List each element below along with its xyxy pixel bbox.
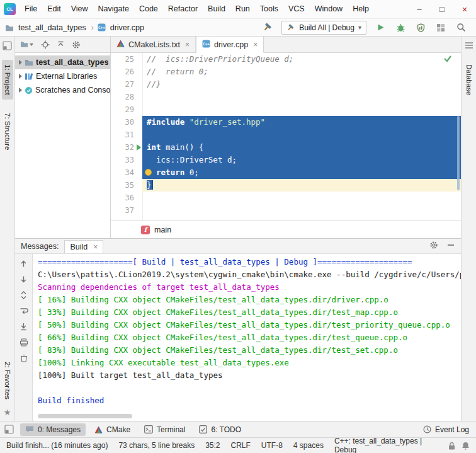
breadcrumb-file[interactable]: driver.cpp [109, 23, 145, 33]
tool-windows-icon[interactable] [4, 425, 14, 434]
editor-line[interactable]: 25// ics::DriverPriorityQueue d; [111, 53, 461, 66]
debug-button[interactable] [394, 21, 407, 34]
editor-line[interactable]: 35} [111, 179, 461, 192]
editor-tab[interactable]: C++driver.cpp× [196, 37, 264, 53]
editor-line[interactable]: 29 [111, 103, 461, 116]
event-log-button[interactable]: Event Log [423, 425, 472, 434]
intention-bulb-icon[interactable] [145, 169, 152, 176]
code-line[interactable]: // ics::DriverPriorityQueue d; [142, 53, 461, 66]
notifications-bell-icon[interactable] [462, 442, 470, 450]
stripe-structure-tab[interactable]: 7: Structure [2, 108, 13, 154]
chevron-right-icon[interactable] [19, 74, 22, 79]
code-line[interactable]: ics::DriverSet d; [142, 154, 461, 166]
gutter-line-number[interactable]: 36 [111, 192, 142, 204]
stripe-project-tab[interactable]: 1: Project [2, 60, 13, 100]
code-line[interactable]: #include "driver_set.hpp" [142, 116, 461, 129]
collapse-all-icon[interactable] [57, 40, 65, 49]
layout-grid-icon[interactable] [434, 21, 447, 34]
project-view-dropdown[interactable] [20, 40, 34, 49]
editor-scrollbar[interactable] [457, 116, 460, 190]
toolwindow-button-terminal[interactable]: Terminal [139, 423, 190, 436]
run-button[interactable] [374, 21, 387, 34]
menu-help[interactable]: Help [348, 0, 374, 18]
code-line[interactable]: } [142, 179, 461, 192]
console-horizontal-scrollbar[interactable] [38, 414, 132, 418]
build-tab[interactable]: Build × [64, 240, 103, 253]
editor-line[interactable]: 37 [111, 204, 461, 217]
menu-navigate[interactable]: Navigate [93, 0, 134, 18]
menu-refactor[interactable]: Refactor [163, 0, 203, 18]
editor-line[interactable]: 31 [111, 129, 461, 141]
menu-lines-icon[interactable] [463, 40, 475, 51]
gear-icon[interactable] [72, 40, 81, 49]
hide-panel-icon[interactable] [447, 241, 455, 251]
editor-line[interactable]: 32int main() { [111, 141, 461, 154]
status-context[interactable]: C++: test_all_data_types | Debug [334, 437, 439, 453]
toolwindow-button-messages[interactable]: 0: Messages [20, 423, 86, 436]
coverage-button[interactable] [414, 21, 427, 34]
gutter-line-number[interactable]: 27 [111, 78, 142, 91]
print-icon[interactable] [19, 337, 29, 347]
editor-line[interactable]: 30#include "driver_set.hpp" [111, 116, 461, 129]
tab-close-icon[interactable]: × [93, 243, 98, 251]
toolwindow-button-todo[interactable]: 6: TODO [194, 423, 246, 436]
tool-window-stub-icon[interactable] [2, 40, 13, 51]
editor-line[interactable]: 36 [111, 192, 461, 204]
code-line[interactable]: int main() { [142, 141, 461, 154]
gutter-line-number[interactable]: 31 [111, 129, 142, 141]
editor-line[interactable]: 27//} [111, 78, 461, 91]
code-line[interactable] [142, 129, 461, 141]
soft-wrap-icon[interactable] [19, 306, 29, 316]
gutter-line-number[interactable]: 26 [111, 66, 142, 78]
gutter-line-number[interactable]: 29 [111, 103, 142, 116]
code-line[interactable]: // return 0; [142, 66, 461, 78]
gutter-line-number[interactable]: 30 [111, 116, 142, 129]
gutter-line-number[interactable]: 25 [111, 53, 142, 66]
menu-view[interactable]: View [66, 0, 93, 18]
scroll-to-end-icon[interactable] [19, 321, 29, 331]
menu-edit[interactable]: Edit [42, 0, 66, 18]
build-console[interactable]: ====================[ Build | test_all_d… [33, 254, 461, 421]
breadcrumb-project[interactable]: test_all_data_types [17, 23, 88, 33]
project-tree-item[interactable]: Scratches and Conso [15, 83, 110, 97]
gear-icon[interactable] [429, 241, 438, 251]
code-line[interactable] [142, 103, 461, 116]
trash-icon[interactable] [19, 353, 29, 363]
search-everywhere-icon[interactable] [455, 21, 467, 34]
chevron-right-icon[interactable] [19, 60, 22, 65]
code-line[interactable] [142, 91, 461, 103]
editor-body[interactable]: 25// ics::DriverPriorityQueue d;26// ret… [111, 53, 461, 221]
gutter-line-number[interactable]: 33 [111, 154, 142, 166]
project-tree-item[interactable]: test_all_data_types [15, 55, 110, 69]
status-caret-position[interactable]: 35:2 [205, 441, 220, 450]
stripe-database-tab[interactable]: Database [463, 60, 475, 100]
code-line[interactable] [142, 192, 461, 204]
status-indent[interactable]: 4 spaces [293, 441, 324, 450]
build-hammer-icon[interactable] [261, 21, 274, 34]
tab-close-icon[interactable]: × [185, 40, 190, 49]
inspections-ok-icon[interactable] [443, 55, 452, 64]
code-line[interactable]: //} [142, 78, 461, 91]
menu-run[interactable]: Run [230, 0, 255, 18]
editor-line[interactable]: 34 return 0; [111, 166, 461, 179]
lock-icon[interactable] [448, 442, 455, 450]
code-line[interactable] [142, 204, 461, 217]
editor-line[interactable]: 28 [111, 91, 461, 103]
favorites-star-icon[interactable]: ★ [4, 408, 11, 417]
menu-file[interactable]: File [20, 0, 42, 18]
menu-vcs[interactable]: VCS [283, 0, 310, 18]
close-button[interactable]: × [453, 0, 476, 18]
editor-tab[interactable]: CMakeLists.txt× [111, 37, 196, 52]
gutter-line-number[interactable]: 32 [111, 141, 142, 154]
minimize-button[interactable]: – [408, 0, 431, 18]
menu-code[interactable]: Code [134, 0, 163, 18]
menu-tools[interactable]: Tools [255, 0, 283, 18]
status-line-separator[interactable]: CRLF [231, 441, 251, 450]
toolwindow-button-cmake[interactable]: CMake [89, 423, 135, 436]
gutter-line-number[interactable]: 28 [111, 91, 142, 103]
gutter-line-number[interactable]: 35 [111, 179, 142, 192]
editor-line[interactable]: 26// return 0; [111, 66, 461, 78]
chevron-right-icon[interactable] [19, 88, 22, 93]
code-line[interactable]: return 0; [142, 166, 461, 179]
stripe-favorites-tab[interactable]: 2: Favorites [2, 357, 13, 404]
